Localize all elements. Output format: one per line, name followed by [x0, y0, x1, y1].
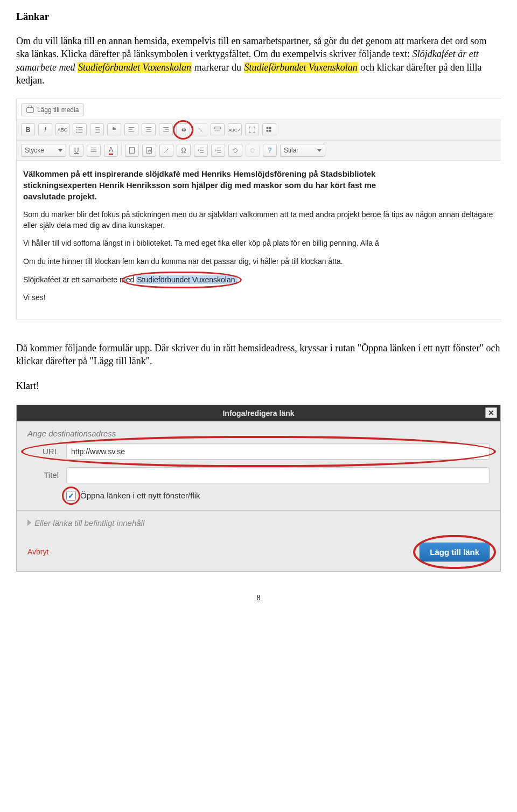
close-button[interactable]: ✕ — [485, 407, 497, 418]
section-label: Ange destinationsadress — [27, 429, 490, 438]
selected-text: Studieförbundet Vuxenskolan. — [136, 275, 237, 284]
title-label: Titel — [27, 470, 59, 480]
content-paragraph-6: Vi ses! — [23, 293, 494, 303]
text: Slöjdkaféet är ett samarbete m — [23, 275, 126, 284]
url-row: URL — [27, 443, 490, 460]
align-center-button[interactable] — [142, 123, 156, 136]
ol-button[interactable] — [90, 123, 104, 136]
submit-button[interactable]: Lägg till länk — [420, 543, 490, 561]
bold-button[interactable]: B — [21, 123, 35, 136]
underline-button[interactable]: U — [69, 144, 83, 157]
undo-button[interactable] — [228, 144, 242, 157]
intro-paragraph: Om du vill länka till en annan hemsida, … — [16, 34, 501, 87]
title-row: Titel — [27, 467, 490, 483]
content-paragraph-4: Om du inte hinner till klockan fem kan d… — [23, 256, 494, 267]
content-paragraph-3: Vi håller till vid sofforna längst in i … — [23, 238, 494, 249]
divider — [17, 510, 500, 511]
checkbox-highlight: ✓ — [66, 491, 76, 501]
text: oavslutade projekt. — [23, 192, 97, 201]
clear-format-button[interactable] — [159, 144, 173, 157]
svg-point-5 — [76, 132, 78, 133]
dialog-header: Infoga/redigera länk ✕ — [17, 405, 500, 421]
newtab-checkbox[interactable]: ✓ — [66, 491, 76, 501]
url-input[interactable] — [66, 443, 490, 460]
more-button[interactable] — [211, 123, 225, 136]
italic-button[interactable]: I — [38, 123, 52, 136]
dialog-body: Ange destinationsadress URL Titel ✓ Öppn… — [17, 421, 500, 571]
svg-rect-27 — [130, 148, 135, 154]
url-row-highlight: URL — [27, 443, 490, 460]
toolbar-toggle-button[interactable] — [262, 123, 276, 136]
intro-text-d: markerar du — [192, 62, 243, 73]
checkbox-label: Öppna länken i ett nytt fönster/flik — [80, 491, 200, 500]
checkbox-row: ✓ Öppna länken i ett nytt fönster/flik — [66, 491, 490, 501]
svg-rect-23 — [269, 130, 271, 132]
page-heading: Länkar — [16, 11, 501, 23]
align-left-button[interactable] — [124, 123, 138, 136]
close-icon: ✕ — [488, 408, 494, 417]
paste-text-button[interactable] — [125, 144, 139, 157]
chevron-down-icon — [58, 149, 62, 152]
align-justify-button[interactable] — [87, 144, 101, 157]
text: stickningsexperten Henrik Henriksson som… — [23, 181, 376, 190]
format-select-label: Stycke — [25, 147, 44, 154]
ul-button[interactable] — [73, 123, 87, 136]
link-button[interactable] — [176, 123, 190, 136]
content-paragraph-2: Som du märker blir det fokus på sticknin… — [23, 210, 494, 231]
fullscreen-button[interactable] — [245, 123, 259, 136]
text: Välkommen på ett inspirerande slöjdkafé … — [23, 169, 375, 178]
existing-label: Eller länka till befintligt innehåll — [34, 518, 144, 528]
editor-content[interactable]: Välkommen på ett inspirerande slöjdkafé … — [17, 161, 501, 320]
submit-highlight: Lägg till länk — [420, 543, 490, 561]
intro-highlight-2: Studieförbundet Vuxenskolan — [244, 62, 358, 73]
triangle-right-icon — [27, 519, 31, 526]
page-number: 8 — [16, 593, 501, 602]
help-button[interactable]: ? — [263, 144, 277, 157]
svg-text:W: W — [148, 149, 151, 152]
svg-rect-20 — [267, 127, 269, 129]
chevron-down-icon — [317, 149, 322, 152]
svg-rect-21 — [269, 127, 271, 129]
dialog-footer: Avbryt Lägg till länk — [27, 543, 490, 561]
add-media-label: Lägg till media — [37, 106, 79, 114]
styles-select-label: Stilar — [284, 147, 298, 154]
format-select[interactable]: Stycke — [21, 144, 66, 157]
outdent-button[interactable] — [194, 144, 208, 157]
styles-select[interactable]: Stilar — [280, 144, 325, 157]
strike-button[interactable]: ABC — [55, 123, 69, 136]
align-right-button[interactable] — [159, 123, 173, 136]
existing-content-toggle[interactable]: Eller länka till befintligt innehåll — [27, 518, 490, 528]
indent-button[interactable] — [211, 144, 225, 157]
paste-word-button[interactable]: W — [142, 144, 156, 157]
editor-screenshot: Lägg till media B I ABC ❝ ABC✓ Stycke U … — [16, 99, 501, 320]
svg-point-3 — [76, 127, 78, 128]
selected-text-highlight: ed Studieförbundet Vuxenskolan. — [126, 275, 238, 286]
paragraph-3: Klart! — [16, 379, 501, 392]
camera-icon — [26, 107, 34, 113]
intro-highlight-1: Studieförbundet Vuxenskolan — [78, 62, 192, 73]
title-input[interactable] — [66, 467, 490, 483]
link-dialog: Infoga/redigera länk ✕ Ange destinations… — [16, 405, 501, 572]
url-label: URL — [27, 447, 59, 456]
separator — [121, 144, 122, 156]
cancel-link[interactable]: Avbryt — [27, 547, 48, 556]
svg-point-4 — [76, 129, 78, 130]
textcolor-button[interactable]: A — [104, 144, 118, 157]
toolbar-row-1: B I ABC ❝ ABC✓ — [17, 120, 501, 140]
toolbar-row-2: Stycke U A W Ω ? Stilar — [17, 140, 501, 161]
unlink-button[interactable] — [193, 123, 207, 136]
quote-button[interactable]: ❝ — [107, 123, 121, 136]
paragraph-2: Då kommer följande formulär upp. Där skr… — [16, 342, 501, 368]
dialog-title: Infoga/redigera länk — [222, 409, 294, 418]
svg-rect-18 — [215, 127, 221, 129]
content-paragraph-1: Välkommen på ett inspirerande slöjdkafé … — [23, 168, 494, 202]
text: ed — [126, 275, 136, 284]
link-button-highlight — [176, 123, 190, 136]
omega-button[interactable]: Ω — [177, 144, 191, 157]
check-icon: ✓ — [68, 491, 74, 500]
content-paragraph-5: Slöjdkaféet är ett samarbete med Studief… — [23, 275, 494, 286]
abc-button[interactable]: ABC✓ — [228, 123, 242, 136]
redo-button[interactable] — [246, 144, 260, 157]
add-media-button[interactable]: Lägg till media — [21, 103, 84, 116]
svg-rect-22 — [267, 130, 269, 132]
